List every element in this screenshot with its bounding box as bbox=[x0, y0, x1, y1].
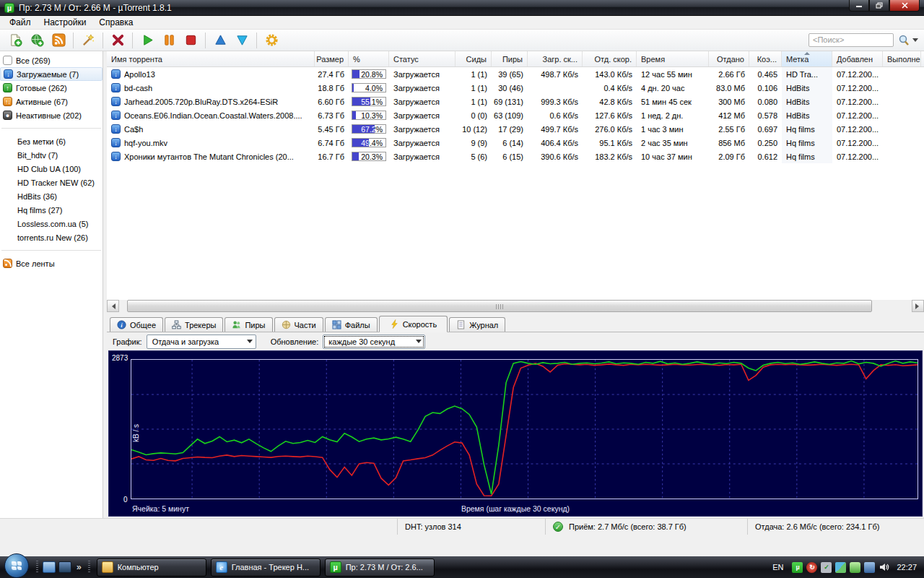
table-row[interactable]: ↓bd-cash18.8 Гб4.0%4.0%Загружается1 (1)3… bbox=[107, 81, 924, 95]
taskbar-clock[interactable]: 22:27 bbox=[894, 563, 917, 571]
tab-скорость[interactable]: Скорость bbox=[379, 316, 448, 332]
tab-файлы[interactable]: Файлы bbox=[325, 317, 378, 332]
move-down-icon[interactable] bbox=[232, 32, 251, 49]
power-tray-icon[interactable] bbox=[850, 562, 860, 573]
preferences-icon[interactable] bbox=[262, 32, 281, 49]
table-row[interactable]: ↓hqf-you.mkv6.74 Гб49.4%49.4%Загружается… bbox=[107, 136, 924, 150]
sidebar-label-3[interactable]: HD Tracker NEW (62) bbox=[0, 176, 103, 189]
column-header-up_speed[interactable]: Отд. скор. bbox=[583, 51, 637, 66]
cell-uploaded: 2.66 Гб bbox=[709, 67, 749, 81]
scroll-right-icon[interactable] bbox=[912, 300, 924, 312]
sidebar-item-0[interactable]: *Все (269) bbox=[0, 53, 103, 67]
column-header-status[interactable]: Статус bbox=[389, 51, 456, 66]
menu-item-файл[interactable]: Файл bbox=[3, 16, 38, 29]
scrollbar-thumb[interactable] bbox=[127, 300, 872, 312]
taskbar-button-2[interactable]: µПр: 2.73 М / От: 2.6... bbox=[325, 558, 435, 577]
graph-type-select[interactable]: Отдача и загрузка bbox=[147, 335, 256, 349]
sidebar-label-2[interactable]: HD Club UA (100) bbox=[0, 162, 103, 176]
pause-icon[interactable] bbox=[160, 32, 178, 49]
column-header-label[interactable]: Метка bbox=[782, 51, 832, 66]
close-button[interactable] bbox=[889, 0, 920, 12]
shield-tray-icon[interactable]: ↻ bbox=[806, 562, 817, 573]
tab-журнал[interactable]: Журнал bbox=[449, 317, 505, 332]
utorrent-tray-icon[interactable]: µ bbox=[792, 562, 803, 573]
update-interval-label: Обновление: bbox=[271, 337, 319, 346]
sidebar-item-1[interactable]: ↓Загружаемые (7) bbox=[0, 67, 103, 81]
window-switcher-icon[interactable] bbox=[43, 561, 56, 573]
table-row[interactable]: ↓Apollo1327.4 Гб20.8%20.8%Загружается1 (… bbox=[107, 67, 924, 81]
search-input[interactable]: <Поиск> bbox=[808, 33, 894, 47]
cell-added: 07.12.200... bbox=[832, 67, 883, 81]
table-row[interactable]: ↓Oceans.E06.Indian.Ocean.Coastal.Waters.… bbox=[107, 108, 924, 122]
cell-uploaded: 2.09 Гб bbox=[709, 150, 749, 163]
sidebar-item-label: Неактивные (202) bbox=[16, 111, 82, 120]
show-desktop-icon[interactable] bbox=[58, 561, 71, 573]
quick-launch-overflow-icon[interactable]: » bbox=[74, 562, 84, 572]
search-options-caret-icon[interactable] bbox=[912, 38, 918, 45]
taskband-grip[interactable] bbox=[88, 561, 90, 574]
horizontal-scrollbar[interactable] bbox=[107, 300, 924, 312]
column-header-ratio[interactable]: Коэ... bbox=[749, 51, 782, 66]
sidebar-item-2[interactable]: ↑Готовые (262) bbox=[0, 81, 103, 95]
stop-icon[interactable] bbox=[181, 32, 200, 49]
add-url-icon[interactable] bbox=[27, 32, 46, 49]
menu-item-справка[interactable]: Справка bbox=[92, 16, 139, 29]
sidebar-label-5[interactable]: Hq films (27) bbox=[0, 203, 103, 217]
sidebar-label-4[interactable]: HdBits (36) bbox=[0, 189, 103, 203]
start-icon[interactable] bbox=[138, 32, 157, 49]
sidebar-feeds-item[interactable]: Все ленты bbox=[0, 256, 103, 270]
column-header-added[interactable]: Добавлен bbox=[832, 51, 883, 66]
language-indicator[interactable]: EN bbox=[768, 563, 788, 571]
column-header-done[interactable]: Выполнен bbox=[883, 51, 921, 66]
move-up-icon[interactable] bbox=[211, 32, 230, 49]
update-tray-icon[interactable]: ✓ bbox=[821, 562, 832, 573]
utorrent-logo-icon: µ bbox=[4, 3, 14, 13]
search-icon[interactable] bbox=[897, 34, 918, 47]
column-header-eta[interactable]: Время bbox=[637, 51, 709, 66]
remove-icon[interactable] bbox=[108, 32, 127, 49]
column-header-uploaded[interactable]: Отдано bbox=[709, 51, 749, 66]
minimize-button[interactable] bbox=[849, 0, 869, 12]
torrent-name: Jarhead.2005.720p.BluRay.DTS.x264-ESiR bbox=[124, 98, 278, 106]
sidebar-item-4[interactable]: ●Неактивные (202) bbox=[0, 108, 103, 122]
cell-status: Загружается bbox=[389, 122, 456, 136]
windows-flag-icon bbox=[12, 561, 22, 570]
column-header-peers[interactable]: Пиры bbox=[492, 51, 528, 66]
column-header-percent[interactable]: % bbox=[349, 51, 389, 66]
volume-tray-icon[interactable] bbox=[879, 562, 889, 573]
add-torrent-icon[interactable] bbox=[6, 32, 25, 49]
table-row[interactable]: ↓Jarhead.2005.720p.BluRay.DTS.x264-ESiR6… bbox=[107, 95, 924, 108]
quick-launch-grip[interactable] bbox=[36, 561, 38, 574]
table-row[interactable]: ↓Ca$h5.45 Гб67.2%67.2%Загружается10 (12)… bbox=[107, 122, 924, 136]
tab-общее[interactable]: iОбщее bbox=[110, 317, 163, 332]
table-row[interactable]: ↓Хроники мутантов The Mutant Chronicles … bbox=[107, 150, 924, 163]
rss-downloader-icon[interactable] bbox=[49, 32, 68, 49]
tab-пиры[interactable]: Пиры bbox=[225, 317, 272, 332]
menu-item-настройки[interactable]: Настройки bbox=[38, 16, 93, 29]
tab-label: Журнал bbox=[469, 321, 498, 329]
scrollbar-track[interactable] bbox=[119, 300, 912, 312]
display-tray-icon[interactable] bbox=[835, 562, 846, 573]
taskbar-button-0[interactable]: Компьютер bbox=[97, 558, 206, 577]
sidebar-item-3[interactable]: ↑↓Активные (67) bbox=[0, 95, 103, 108]
tab-трекеры[interactable]: Трекеры bbox=[165, 317, 223, 332]
start-button[interactable] bbox=[4, 553, 29, 578]
column-header-down_speed[interactable]: Загр. ск... bbox=[528, 51, 583, 66]
network-tray-icon[interactable] bbox=[864, 562, 875, 573]
column-header-size[interactable]: Размер bbox=[315, 51, 349, 66]
cell-label: HD Tra... bbox=[782, 67, 832, 81]
sidebar-label-0[interactable]: Без метки (6) bbox=[0, 134, 103, 148]
sidebar-separator bbox=[1, 128, 101, 129]
sidebar-label-7[interactable]: torrents.ru New (26) bbox=[0, 230, 103, 244]
column-header-seeds[interactable]: Сиды bbox=[456, 51, 492, 66]
sidebar-label-6[interactable]: Lossless.com.ua (5) bbox=[0, 217, 103, 230]
column-header-name[interactable]: Имя торрента bbox=[107, 51, 315, 66]
taskbar-button-1[interactable]: eГлавная - Трекер Н... bbox=[211, 558, 321, 577]
restore-button[interactable] bbox=[869, 0, 889, 12]
scroll-left-icon[interactable] bbox=[107, 300, 119, 312]
tab-части[interactable]: Части bbox=[274, 317, 323, 332]
update-interval-select[interactable]: каждые 30 секунд bbox=[323, 335, 425, 349]
create-torrent-icon[interactable] bbox=[79, 32, 97, 49]
titlebar[interactable]: µ Пр: 2.73 М / От: 2.66 М - µTorrent 1.8… bbox=[0, 0, 924, 16]
sidebar-label-1[interactable]: Bit_hdtv (7) bbox=[0, 148, 103, 162]
